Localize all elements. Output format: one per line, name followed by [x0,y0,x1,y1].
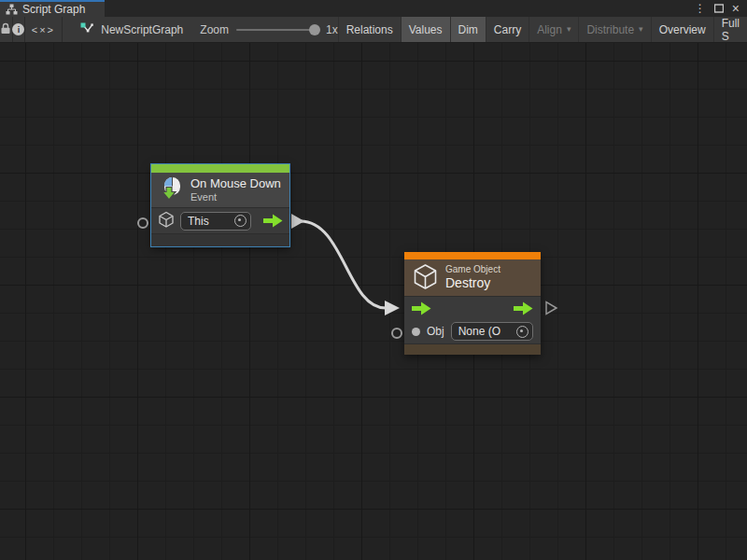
distribute-dropdown[interactable]: Distribute ▾ [578,17,650,42]
action-node-destroy[interactable]: Game Object Destroy Obj None (O [404,252,541,355]
action-node-header[interactable]: Game Object Destroy [404,259,541,297]
lock-button[interactable] [0,17,12,42]
graph-hierarchy-icon [6,4,18,15]
action-node-flow-row [404,297,541,319]
obj-value-port[interactable] [412,328,420,336]
action-node-group-label: Game Object [445,264,500,276]
connection-wire-layer [0,43,747,560]
align-dropdown[interactable]: Align ▾ [529,17,578,42]
fullscreen-button[interactable]: Full S [713,17,747,42]
event-node-subtitle: Event [190,191,281,204]
event-output-connector-triangle[interactable] [291,214,304,229]
game-object-cube-icon [158,211,175,231]
toolbar-separator [62,17,63,42]
flow-wire [301,221,386,308]
chevron-down-icon: ▾ [639,25,643,34]
code-toggle-button[interactable]: <×> [25,17,62,42]
mouse-down-icon [160,176,183,204]
carry-button[interactable]: Carry [486,17,529,42]
zoom-label: Zoom [200,23,229,36]
tab-script-graph[interactable]: Script Graph [0,0,105,17]
toolbar-toggle-group: Relations Values Dim Carry Align ▾ Distr… [338,17,747,42]
event-output-flow-port[interactable] [263,214,283,228]
window-menu-icon[interactable]: ⋮ [695,3,706,14]
action-input-flow-port[interactable] [412,301,431,315]
info-icon: i [12,23,24,35]
zoom-value: 1x [326,23,338,36]
target-field[interactable]: This [180,212,251,231]
dim-label: Dim [458,23,478,36]
maximize-icon[interactable] [714,0,724,17]
close-icon[interactable]: × [732,2,740,15]
action-node-title: Destroy [445,275,500,292]
event-target-input-port[interactable] [137,217,148,229]
graph-name-label: NewScriptGraph [101,23,183,36]
graph-reference[interactable]: NewScriptGraph [80,17,183,42]
event-node-target-row: This [151,208,289,234]
zoom-slider-thumb[interactable] [309,24,320,35]
info-button[interactable]: i [12,17,24,42]
values-label: Values [409,23,443,36]
script-graph-window: Script Graph ⋮ × i <×> [0,0,747,560]
overview-button[interactable]: Overview [651,17,713,42]
action-node-obj-row: Obj None (O [404,319,541,343]
event-node-accent-strip [151,164,289,173]
obj-field[interactable]: None (O [451,322,533,341]
relations-label: Relations [346,23,393,36]
chevron-down-icon: ▾ [567,25,571,34]
fullscreen-label: Full S [722,17,740,43]
wire-arrowhead-icon [385,301,400,315]
carry-label: Carry [494,23,521,36]
lock-icon [0,22,11,37]
graph-toolbar: i <×> NewScriptGraph Zoom 1x R [0,17,747,43]
relations-button[interactable]: Relations [338,17,401,42]
align-label: Align [537,23,562,36]
overview-label: Overview [659,23,706,36]
zoom-slider[interactable] [236,29,318,31]
distribute-label: Distribute [586,23,634,36]
tab-title: Script Graph [22,3,85,16]
event-node-footer [151,234,289,246]
graph-canvas[interactable]: On Mouse Down Event This [0,43,747,560]
action-output-connector-triangle[interactable] [546,302,557,315]
script-graph-asset-icon [80,22,94,37]
obj-label: Obj [427,325,444,338]
event-node-on-mouse-down[interactable]: On Mouse Down Event This [151,164,289,246]
zoom-control: Zoom 1x [200,17,337,42]
action-node-footer [404,343,541,355]
window-controls: ⋮ × [695,0,747,17]
action-node-accent-strip [404,252,541,259]
target-field-value: This [188,215,209,228]
action-obj-input-port[interactable] [391,328,402,339]
object-picker-icon[interactable] [516,326,529,338]
title-bar: Script Graph ⋮ × [0,0,747,17]
game-object-cube-icon [413,263,438,293]
event-node-title: On Mouse Down [190,176,281,191]
dim-button[interactable]: Dim [450,17,486,42]
obj-field-value: None (O [458,325,500,338]
values-button[interactable]: Values [401,17,450,42]
action-output-flow-port[interactable] [514,301,533,315]
object-picker-icon[interactable] [234,215,247,227]
event-node-header[interactable]: On Mouse Down Event [151,173,289,208]
